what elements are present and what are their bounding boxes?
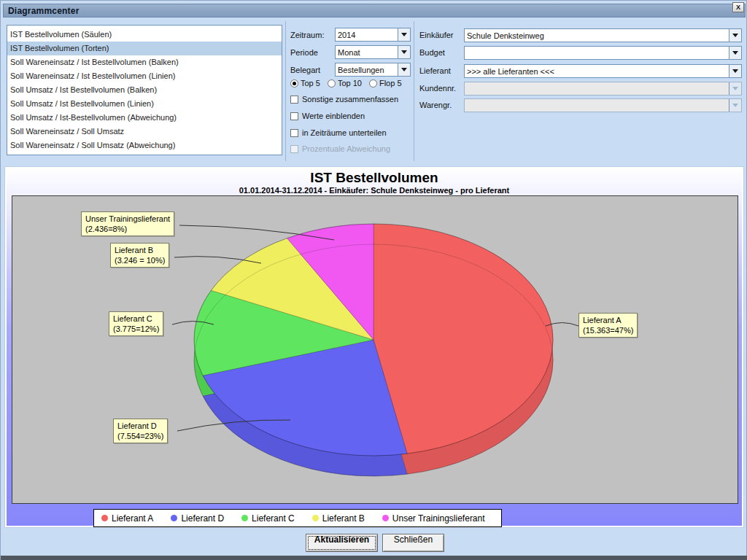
- radio-flop5[interactable]: Flop 5: [369, 79, 402, 88]
- checkbox-box: [290, 145, 298, 153]
- chevron-down-icon: [729, 99, 741, 112]
- close-icon[interactable]: X: [732, 2, 744, 12]
- chevron-down-icon[interactable]: [398, 63, 410, 76]
- einkaeufer-select[interactable]: Schule Denksteinweg: [464, 28, 742, 42]
- checkbox-box[interactable]: [290, 129, 298, 137]
- list-item-soll-wareneinsatz-soll-umsatz[interactable]: Soll Wareneinsatz / Soll Umsatz: [7, 125, 282, 139]
- legend-item-trainingslieferant: Unser Trainingslieferant: [382, 513, 485, 524]
- radio-top10-label: Top 10: [338, 79, 362, 88]
- zeitraum-value: 2014: [336, 31, 398, 39]
- titlebar[interactable]: Diagrammcenter: [3, 4, 746, 18]
- callout-lieferant-d: Lieferant D(7.554=23%): [113, 419, 168, 443]
- chart-legend: Lieferant A Lieferant D Lieferant C Lief…: [93, 509, 502, 527]
- list-item-ist-bestellvolumen-torten[interactable]: IST Bestellvolumen (Torten): [7, 42, 282, 55]
- belegart-value: Bestellungen: [336, 66, 398, 74]
- periode-value: Monat: [336, 48, 398, 57]
- aktualisieren-button[interactable]: Aktualisieren: [306, 534, 378, 552]
- window-title: Diagrammcenter: [4, 6, 80, 16]
- top-flop-radio-group: Top 5 Top 10 Flop 5: [290, 78, 406, 88]
- chevron-down-icon[interactable]: [398, 28, 410, 41]
- lieferant-value: >>> alle Lieferanten <<<: [465, 67, 729, 76]
- separator: [285, 21, 286, 161]
- chevron-down-icon[interactable]: [398, 46, 410, 58]
- budget-label: Budget: [419, 46, 445, 59]
- belegart-select[interactable]: Bestellungen: [335, 63, 411, 77]
- kundennr-select: [464, 82, 742, 96]
- selector-panel: Einkäufer Schule Denksteinweg Budget Lie…: [415, 23, 745, 163]
- checkbox-box[interactable]: [290, 112, 298, 120]
- pie-plot-area: Unser Trainingslieferant(2.436=8%) Liefe…: [12, 195, 738, 504]
- callout-lieferant-c: Lieferant C(3.775=12%): [109, 311, 163, 336]
- callout-trainingslieferant: Unser Trainingslieferant(2.436=8%): [81, 211, 174, 236]
- einkaeufer-value: Schule Denksteinweg: [465, 31, 729, 40]
- checkbox-label: Sonstige zusammenfassen: [302, 95, 398, 104]
- checkbox-label: Werte einblenden: [302, 112, 365, 120]
- window-bottom-edge: [1, 556, 747, 560]
- chevron-down-icon: [729, 82, 741, 95]
- legend-item-lieferant-b: Lieferant B: [312, 513, 365, 524]
- schliessen-button[interactable]: Schließen: [382, 534, 444, 552]
- list-item-soll-wareneinsatz-balken[interactable]: Soll Wareneinsatz / Ist Bestellvolumen (…: [7, 55, 282, 69]
- periode-label: Periode: [290, 48, 318, 57]
- checkbox-label: in Zeiträume unterteilen: [302, 128, 387, 137]
- warengr-label: Warengr.: [419, 98, 452, 112]
- legend-dot: [171, 515, 177, 521]
- checkbox-box[interactable]: [290, 96, 298, 104]
- belegart-label: Belegart: [290, 66, 320, 74]
- checkbox-sonstige-zusammenfassen[interactable]: Sonstige zusammenfassen: [290, 94, 398, 104]
- chevron-down-icon[interactable]: [729, 47, 741, 59]
- lieferant-select[interactable]: >>> alle Lieferanten <<<: [464, 64, 742, 78]
- diagrammcenter-dialog: Diagrammcenter X IST Bestellvolumen (Säu…: [0, 0, 747, 560]
- list-item-soll-umsatz-abweichung[interactable]: Soll Umsatz / Ist-Bestellvolumen (Abweic…: [7, 111, 282, 125]
- legend-item-lieferant-c: Lieferant C: [241, 513, 295, 524]
- list-item-soll-umsatz-balken[interactable]: Soll Umsatz / Ist Bestellvolumen (Balken…: [7, 83, 282, 97]
- legend-dot: [382, 515, 389, 521]
- legend-dot: [101, 515, 108, 521]
- list-item-ist-bestellvolumen-saeulen[interactable]: IST Bestellvolumen (Säulen): [7, 28, 282, 42]
- radio-flop5-circle[interactable]: [369, 79, 377, 88]
- callout-lieferant-b: Lieferant B(3.246 = 10%): [110, 243, 169, 268]
- einkaeufer-label: Einkäufer: [419, 28, 453, 42]
- checkbox-prozentuale-abweichung: Prozentuale Abweichung: [290, 144, 390, 154]
- callout-lieferant-a: Lieferant A(15.363=47%): [578, 313, 638, 338]
- chart-panel: IST Bestellvolumen 01.01.2014-31.12.2014…: [5, 167, 743, 527]
- warengr-select: [464, 98, 742, 112]
- chart-subtitle: 01.01.2014-31.12.2014 - Einkäufer: Schul…: [7, 186, 742, 195]
- checkbox-werte-einblenden[interactable]: Werte einblenden: [290, 111, 365, 121]
- radio-top10-circle[interactable]: [328, 79, 336, 88]
- legend-dot: [241, 515, 248, 521]
- list-item-soll-umsatz-linien[interactable]: Soll Umsatz / Ist Bestellvolumen (Linien…: [7, 97, 282, 111]
- zeitraum-select[interactable]: 2014: [335, 28, 411, 42]
- chart-title: IST Bestellvolumen: [7, 170, 742, 186]
- chevron-down-icon[interactable]: [729, 65, 741, 77]
- radio-flop5-label: Flop 5: [379, 79, 402, 88]
- periode-select[interactable]: Monat: [335, 45, 411, 59]
- legend-dot: [312, 515, 319, 521]
- filter-panel: Zeitraum: 2014 Periode Monat Belegart Be…: [287, 23, 413, 163]
- chart-type-listbox[interactable]: IST Bestellvolumen (Säulen) IST Bestellv…: [7, 25, 282, 155]
- checkbox-label: Prozentuale Abweichung: [302, 144, 390, 153]
- list-item-soll-wareneinsatz-soll-umsatz-abweichung[interactable]: Soll Wareneinsatz / Soll Umsatz (Abweich…: [7, 139, 282, 152]
- radio-top5-circle[interactable]: [290, 79, 298, 88]
- checkbox-in-zeitraeume-unterteilen[interactable]: in Zeiträume unterteilen: [290, 128, 387, 138]
- zeitraum-label: Zeitraum:: [290, 31, 324, 39]
- legend-item-lieferant-a: Lieferant A: [101, 513, 153, 524]
- budget-select[interactable]: [464, 46, 742, 60]
- radio-top5[interactable]: Top 5: [290, 79, 320, 88]
- chevron-down-icon[interactable]: [729, 29, 741, 42]
- legend-item-lieferant-d: Lieferant D: [171, 513, 224, 524]
- radio-top10[interactable]: Top 10: [328, 79, 362, 88]
- radio-top5-label: Top 5: [301, 79, 320, 88]
- kundennr-label: Kundennr.: [419, 82, 456, 95]
- lieferant-label: Lieferant: [419, 64, 451, 77]
- list-item-soll-wareneinsatz-linien[interactable]: Soll Wareneinsatz / Ist Bestellvolumen (…: [7, 69, 282, 83]
- separator: [414, 21, 414, 161]
